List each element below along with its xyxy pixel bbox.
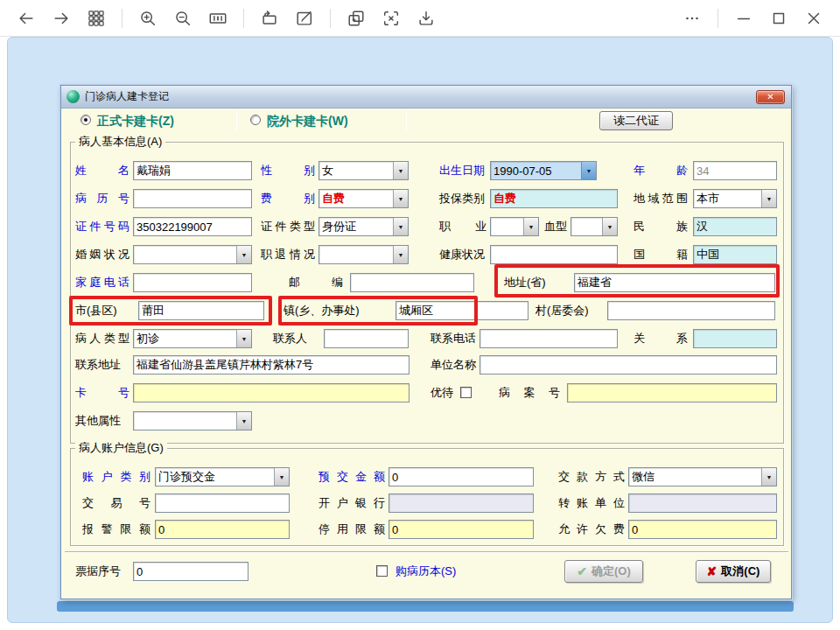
radio-external-card-label[interactable]: 院外卡建卡(W): [267, 111, 348, 130]
rotate-button[interactable]: [254, 4, 285, 33]
bank-input: [388, 494, 534, 513]
village-label: 村(居委会): [536, 301, 604, 320]
blood-type-label: 血型: [544, 217, 569, 236]
patient-type-select[interactable]: 初诊▼: [133, 329, 252, 348]
health-status-label: 健康状况: [439, 245, 486, 264]
actual-size-button[interactable]: [202, 4, 234, 33]
home-phone-input[interactable]: [133, 273, 252, 292]
ok-button[interactable]: ✔确定(O): [564, 560, 643, 583]
download-button[interactable]: [410, 4, 442, 33]
dropdown-arrow-icon[interactable]: ▼: [393, 246, 408, 263]
health-status-input[interactable]: [490, 245, 618, 264]
id-number-input[interactable]: 350322199007: [133, 217, 252, 236]
name-label: 姓名: [75, 161, 130, 180]
relationship-label: 关系: [634, 329, 688, 348]
dropdown-arrow-icon[interactable]: ▼: [761, 190, 776, 207]
allow-debt-input[interactable]: 0: [628, 520, 777, 539]
insurance-type-input[interactable]: 自费: [490, 189, 618, 208]
region-select[interactable]: 本市▼: [693, 189, 777, 208]
apps-grid-button[interactable]: [80, 4, 112, 33]
copy-image-button[interactable]: [340, 4, 372, 33]
province-input[interactable]: 福建省: [574, 273, 775, 292]
province-label: 地址(省): [504, 273, 570, 292]
text-recognition-icon: [382, 9, 401, 28]
dropdown-arrow-icon[interactable]: ▼: [274, 468, 289, 486]
more-button[interactable]: [676, 4, 708, 33]
cancel-button[interactable]: ✘取消(C): [696, 560, 771, 583]
x-icon: ✘: [707, 564, 718, 578]
dropdown-arrow-icon[interactable]: ▼: [581, 162, 596, 179]
contact-person-input[interactable]: [324, 329, 409, 348]
buy-record-checkbox[interactable]: [376, 565, 388, 577]
dropdown-arrow-icon[interactable]: ▼: [393, 218, 408, 235]
employment-status-select[interactable]: ▼: [318, 245, 409, 264]
case-no-input[interactable]: [567, 383, 777, 402]
toolbar-separator: [122, 9, 122, 28]
maximize-button[interactable]: [763, 4, 794, 33]
birth-date-value: 1990-07-05: [491, 164, 581, 178]
account-type-label: 账户类别: [82, 467, 150, 486]
radio-formal-card[interactable]: [80, 115, 91, 125]
age-input[interactable]: 34: [693, 161, 777, 180]
dialog-close-button[interactable]: ✕: [756, 90, 785, 104]
gender-select[interactable]: 女▼: [318, 161, 409, 180]
contact-address-input[interactable]: 福建省仙游县盖尾镇芹林村紫林7号: [133, 355, 410, 374]
dialog-titlebar[interactable]: 门诊病人建卡登记: [61, 86, 791, 108]
contact-phone-input[interactable]: [480, 329, 618, 348]
buy-record-label[interactable]: 购病历本(S): [396, 562, 456, 581]
read-id-card-button[interactable]: 读二代证: [599, 111, 673, 130]
fee-type-select[interactable]: 自费▼: [318, 189, 409, 208]
ethnicity-input[interactable]: 汉: [693, 217, 777, 236]
app-logo-icon: [66, 90, 80, 103]
radio-external-card[interactable]: [250, 115, 261, 125]
city-input[interactable]: 莆田: [138, 301, 264, 320]
receipt-no-input[interactable]: 0: [133, 562, 248, 581]
forward-icon: [52, 9, 71, 28]
id-type-select[interactable]: 身份证▼: [318, 217, 409, 236]
blood-type-select[interactable]: ▼: [570, 217, 618, 236]
other-attr-select[interactable]: ▼: [133, 411, 252, 430]
card-no-label: 卡号: [75, 383, 130, 402]
nationality-input[interactable]: 中国: [693, 245, 777, 264]
marital-status-select[interactable]: ▼: [133, 245, 252, 264]
dropdown-arrow-icon[interactable]: ▼: [236, 246, 251, 263]
radio-formal-card-label[interactable]: 正式卡建卡(Z): [97, 111, 174, 130]
dropdown-arrow-icon[interactable]: ▼: [523, 218, 538, 235]
dropdown-arrow-icon[interactable]: ▼: [236, 330, 251, 347]
name-input[interactable]: 戴瑞娟: [133, 161, 252, 180]
town-input[interactable]: 城厢区: [396, 301, 528, 320]
dropdown-arrow-icon[interactable]: ▼: [761, 468, 776, 486]
employer-input[interactable]: [480, 355, 777, 374]
relationship-input[interactable]: [693, 329, 777, 348]
text-recognition-button[interactable]: [375, 4, 407, 33]
zoom-in-button[interactable]: [132, 4, 164, 33]
transaction-no-input[interactable]: [155, 494, 290, 513]
alarm-limit-input[interactable]: 0: [155, 520, 290, 539]
card-no-input[interactable]: [133, 383, 410, 402]
minimize-button[interactable]: [728, 4, 760, 33]
postcode-label: 邮编: [289, 273, 343, 292]
payment-method-value: 微信: [629, 469, 761, 485]
dropdown-arrow-icon[interactable]: ▼: [393, 162, 408, 179]
postcode-input[interactable]: [350, 273, 474, 292]
back-button[interactable]: [10, 4, 42, 33]
stop-limit-input[interactable]: 0: [388, 520, 534, 539]
payment-method-select[interactable]: 微信▼: [628, 467, 777, 486]
medical-record-no-input[interactable]: [133, 189, 252, 208]
id-number-label: 证件号码: [75, 217, 130, 236]
preferential-checkbox[interactable]: [460, 387, 472, 398]
birth-date-select[interactable]: 1990-07-05▼: [490, 161, 597, 180]
nationality-label: 国籍: [634, 245, 688, 264]
deposit-input[interactable]: 0: [388, 467, 534, 486]
dropdown-arrow-icon[interactable]: ▼: [393, 190, 408, 207]
close-button[interactable]: [798, 4, 830, 33]
forward-button[interactable]: [46, 4, 77, 33]
occupation-select[interactable]: ▼: [490, 217, 539, 236]
zoom-out-button[interactable]: [167, 4, 199, 33]
account-type-select[interactable]: 门诊预交金▼: [155, 467, 290, 486]
medical-record-no-label: 病历号: [75, 189, 130, 208]
edit-button[interactable]: [289, 4, 320, 33]
dropdown-arrow-icon[interactable]: ▼: [602, 218, 617, 235]
village-input[interactable]: [607, 301, 775, 320]
dropdown-arrow-icon[interactable]: ▼: [236, 412, 251, 430]
